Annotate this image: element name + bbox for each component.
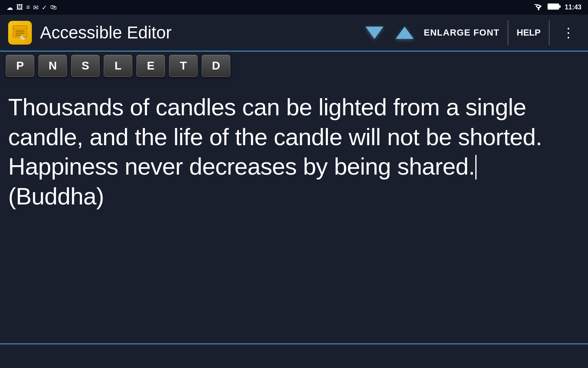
font-increase-arrow-icon (396, 27, 414, 39)
app-icon (8, 21, 32, 45)
svg-rect-1 (548, 4, 559, 9)
status-right: 11:43 (534, 3, 581, 12)
shopping-icon: 🛍 (50, 4, 57, 11)
shortcut-bar: P N S L E T D (0, 52, 588, 80)
shortcut-key-n[interactable]: N (38, 55, 67, 77)
toolbar-divider-2 (549, 20, 550, 45)
battery-icon (548, 3, 561, 11)
bottom-bar (0, 343, 588, 368)
help-button[interactable]: HELP (517, 27, 541, 38)
toolbar: Accessible Editor ENLARGE FONT HELP ⋮ (0, 15, 588, 52)
status-time: 11:43 (565, 4, 581, 11)
svg-rect-2 (559, 5, 561, 8)
more-options-button[interactable]: ⋮ (558, 25, 580, 40)
shortcut-key-e[interactable]: E (136, 55, 165, 77)
status-bar: ☁ 🖼 ≡ ✉ ✓ 🛍 11:43 (0, 0, 588, 15)
shortcut-key-p[interactable]: P (6, 55, 34, 77)
editor-area[interactable]: Thousands of candles can be lighted from… (0, 80, 588, 343)
cloud-icon: ☁ (7, 4, 13, 11)
shortcut-key-t[interactable]: T (169, 55, 198, 77)
font-decrease-button[interactable] (363, 22, 385, 44)
shortcut-key-l[interactable]: L (104, 55, 132, 77)
bars-icon: ≡ (26, 4, 30, 11)
wifi-icon (534, 3, 543, 12)
image-icon: 🖼 (16, 4, 23, 11)
enlarge-font-label: ENLARGE FONT (424, 27, 500, 38)
editor-content[interactable]: Thousands of candles can be lighted from… (8, 92, 580, 211)
status-icons-left: ☁ 🖼 ≡ ✉ ✓ 🛍 (7, 4, 57, 11)
text-cursor (475, 155, 477, 180)
app-title: Accessible Editor (40, 23, 355, 43)
font-decrease-arrow-icon (365, 27, 383, 39)
toolbar-divider (508, 20, 508, 45)
shortcut-key-d[interactable]: D (202, 55, 230, 77)
toolbar-right: ENLARGE FONT HELP ⋮ (363, 20, 580, 45)
shortcut-key-s[interactable]: S (71, 55, 100, 77)
mail-icon: ✉ (33, 4, 38, 11)
check-icon: ✓ (42, 4, 47, 11)
font-increase-button[interactable] (394, 22, 416, 44)
svg-point-0 (538, 9, 539, 10)
